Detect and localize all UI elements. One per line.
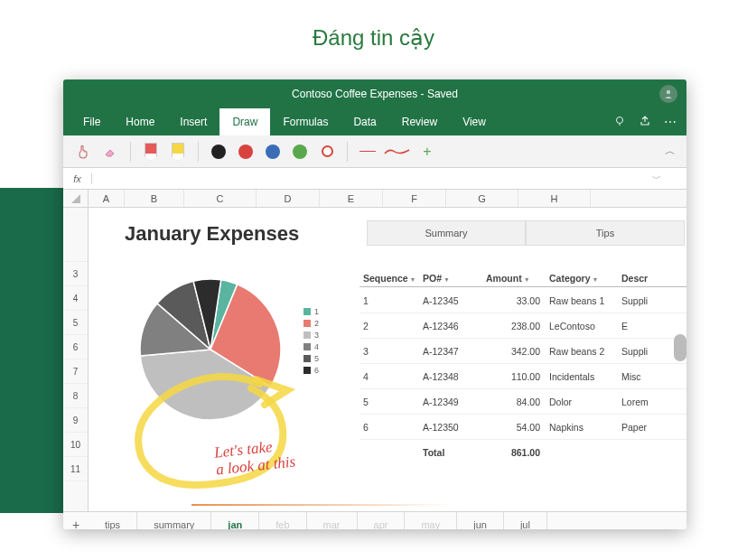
table-row[interactable]: 6A-1235054.00NapkinsPaper xyxy=(359,415,686,440)
select-all[interactable] xyxy=(63,190,89,207)
tab-gradient xyxy=(191,504,453,506)
chart-legend: 123456 xyxy=(303,307,319,378)
table-row[interactable]: 5A-1234984.00DolorLorem xyxy=(359,389,686,415)
summary-tabs: Summary Tips xyxy=(367,220,685,246)
table-row[interactable]: 3A-12347342.00Raw beans 2Suppli xyxy=(359,339,686,364)
row-header[interactable]: 7 xyxy=(63,359,88,384)
sheet-tab-mar[interactable]: mar xyxy=(307,512,358,529)
tab-review[interactable]: Review xyxy=(389,108,450,135)
title-bar: Contoso Coffee Expenses - Saved xyxy=(63,79,686,108)
expand-formula-icon[interactable]: ﹀ xyxy=(652,173,661,185)
ribbon-tabs: File Home Insert Draw Formulas Data Revi… xyxy=(63,108,686,135)
legend-item: 5 xyxy=(303,354,319,363)
background-decoration xyxy=(0,188,63,513)
legend-item: 3 xyxy=(303,331,319,340)
legend-item: 4 xyxy=(303,342,319,351)
color-red[interactable] xyxy=(235,141,257,163)
tab-draw[interactable]: Draw xyxy=(219,108,270,135)
row-header[interactable]: 11 xyxy=(63,457,88,481)
row-headers: 34567891011 xyxy=(63,208,89,511)
col-header-g[interactable]: G xyxy=(446,190,518,207)
tab-view[interactable]: View xyxy=(450,108,499,135)
formula-bar[interactable]: fx ﹀ xyxy=(63,168,686,190)
table-row[interactable]: 2A-12346238.00LeContosoE xyxy=(359,313,686,339)
collapse-ribbon[interactable]: ︿ xyxy=(665,144,676,159)
scrollbar-thumb[interactable] xyxy=(674,334,686,361)
document-title: Contoso Coffee Expenses - Saved xyxy=(292,88,458,100)
row-header[interactable]: 9 xyxy=(63,408,88,433)
thin-line[interactable] xyxy=(357,141,378,163)
row-header[interactable]: 6 xyxy=(63,335,88,359)
color-green[interactable] xyxy=(289,141,311,163)
pen-red[interactable] xyxy=(140,141,162,163)
col-descr[interactable]: Descr xyxy=(621,273,648,284)
color-blue[interactable] xyxy=(262,141,284,163)
sheet-tab-jul[interactable]: jul xyxy=(504,512,547,529)
touch-tool[interactable] xyxy=(72,141,94,163)
svg-point-1 xyxy=(617,117,623,123)
row-header[interactable]: 4 xyxy=(63,286,88,311)
sheet-tab-feb[interactable]: feb xyxy=(259,512,306,529)
col-sequence[interactable]: Sequence xyxy=(363,273,408,284)
total-row: Total 861.00 xyxy=(359,440,686,465)
expenses-table[interactable]: Sequence▼ PO#▼ Amount▼ Category▼ Descr 1… xyxy=(359,273,686,465)
row-header[interactable]: 5 xyxy=(63,311,88,335)
lightbulb-icon[interactable] xyxy=(613,115,626,130)
summary-tab[interactable]: Summary xyxy=(367,220,526,246)
column-headers: ABCDEFGH xyxy=(63,190,686,208)
tab-data[interactable]: Data xyxy=(341,108,388,135)
tab-formulas[interactable]: Formulas xyxy=(270,108,341,135)
chart-title: January Expenses xyxy=(125,222,299,246)
sheet-tabs: + tipssummaryjanfebmaraprmayjunjul xyxy=(63,511,686,529)
wave-line[interactable] xyxy=(384,145,411,159)
col-header-d[interactable]: D xyxy=(257,190,320,207)
fx-label: fx xyxy=(63,173,92,184)
col-amount[interactable]: Amount xyxy=(486,273,522,284)
color-circle[interactable] xyxy=(316,141,338,163)
col-header-a[interactable]: A xyxy=(89,190,125,207)
col-header-f[interactable]: F xyxy=(383,190,446,207)
svg-point-0 xyxy=(667,90,670,94)
draw-toolbar: + ︿ xyxy=(63,135,686,168)
sheet-tab-tips[interactable]: tips xyxy=(89,512,137,529)
red-annotation: Let's take a look at this xyxy=(213,436,296,478)
worksheet[interactable]: 34567891011 January Expenses 123456 Summ… xyxy=(63,208,686,511)
sheet-canvas[interactable]: January Expenses 123456 Summary Tips Seq… xyxy=(89,208,686,511)
col-header-c[interactable]: C xyxy=(184,190,257,207)
legend-item: 1 xyxy=(303,307,319,316)
row-header[interactable]: 8 xyxy=(63,384,88,408)
row-header[interactable] xyxy=(63,208,88,262)
sheet-tab-may[interactable]: may xyxy=(405,512,457,529)
row-header[interactable]: 10 xyxy=(63,433,88,457)
legend-item: 2 xyxy=(303,319,319,328)
eraser-tool[interactable] xyxy=(99,141,121,163)
tab-insert[interactable]: Insert xyxy=(167,108,219,135)
excel-window: Contoso Coffee Expenses - Saved File Hom… xyxy=(63,79,686,529)
table-row[interactable]: 4A-12348110.00IncidentalsMisc xyxy=(359,364,686,389)
legend-item: 6 xyxy=(303,366,319,375)
color-black[interactable] xyxy=(208,141,229,163)
add-sheet-button[interactable]: + xyxy=(63,518,89,530)
page-heading: Đáng tin cậy xyxy=(0,0,747,67)
share-icon[interactable] xyxy=(639,115,651,130)
more-icon[interactable]: ⋯ xyxy=(664,115,677,129)
tips-tab[interactable]: Tips xyxy=(526,220,685,246)
tab-file[interactable]: File xyxy=(70,108,113,135)
col-po[interactable]: PO# xyxy=(423,273,442,284)
col-category[interactable]: Category xyxy=(549,273,591,284)
sheet-tab-jan[interactable]: jan xyxy=(211,512,259,529)
pie-chart[interactable] xyxy=(134,273,287,430)
col-header-e[interactable]: E xyxy=(320,190,383,207)
col-header-b[interactable]: B xyxy=(125,190,184,207)
pen-yellow[interactable] xyxy=(167,141,189,163)
user-avatar[interactable] xyxy=(659,85,677,103)
sheet-tab-jun[interactable]: jun xyxy=(457,512,504,529)
add-pen[interactable]: + xyxy=(416,141,438,163)
row-header[interactable]: 3 xyxy=(63,262,88,286)
sheet-tab-summary[interactable]: summary xyxy=(137,512,211,529)
tab-home[interactable]: Home xyxy=(113,108,167,135)
col-header-h[interactable]: H xyxy=(518,190,591,207)
table-row[interactable]: 1A-1234533.00Raw beans 1Suppli xyxy=(359,288,686,313)
sheet-tab-apr[interactable]: apr xyxy=(358,512,406,529)
